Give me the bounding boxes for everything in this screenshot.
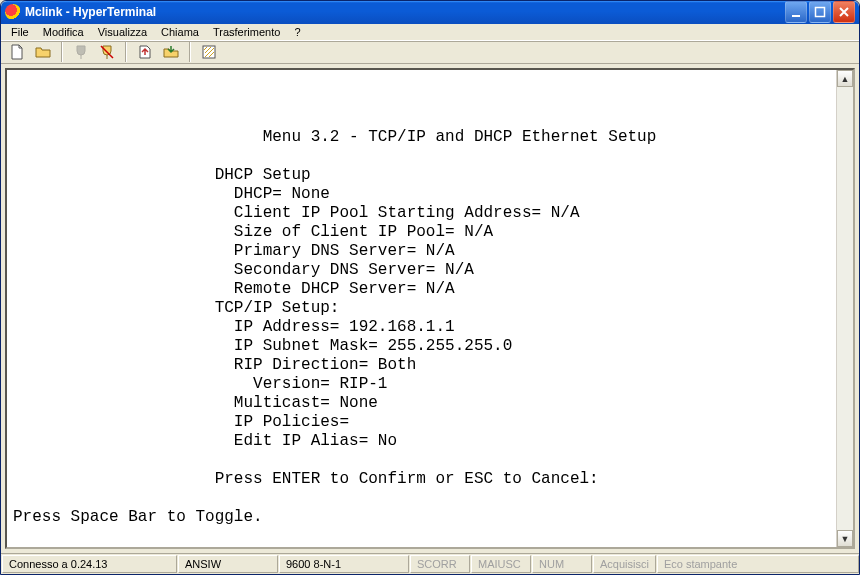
scroll-up-arrow-icon[interactable]: ▲ (837, 70, 853, 87)
svg-rect-0 (792, 15, 800, 17)
terminal-frame: Menu 3.2 - TCP/IP and DHCP Ethernet Setu… (5, 68, 855, 549)
toolbar-separator (61, 42, 63, 62)
terminal-output[interactable]: Menu 3.2 - TCP/IP and DHCP Ethernet Setu… (7, 86, 836, 531)
status-scorr: SCORR (410, 555, 470, 573)
titlebar[interactable]: Mclink - HyperTerminal (1, 1, 859, 24)
window-title: Mclink - HyperTerminal (25, 5, 785, 19)
menu-help[interactable]: ? (288, 24, 306, 40)
statusbar: Connesso a 0.24.13 ANSIW 9600 8-N-1 SCOR… (1, 553, 859, 574)
status-eco: Eco stampante (657, 555, 859, 573)
application-window: Mclink - HyperTerminal File Modifica Vis… (0, 0, 860, 575)
disconnect-icon[interactable] (97, 42, 117, 62)
window-controls (785, 1, 855, 23)
status-maiusc: MAIUSC (471, 555, 531, 573)
status-settings: 9600 8-N-1 (279, 555, 409, 573)
app-icon (5, 4, 21, 20)
menu-modifica[interactable]: Modifica (37, 24, 90, 40)
toolbar-separator (125, 42, 127, 62)
content-area: Menu 3.2 - TCP/IP and DHCP Ethernet Setu… (1, 64, 859, 553)
receive-icon[interactable] (161, 42, 181, 62)
properties-icon[interactable] (199, 42, 219, 62)
new-icon[interactable] (7, 42, 27, 62)
svg-rect-2 (203, 46, 215, 58)
status-acquisisci: Acquisisci (593, 555, 656, 573)
scroll-track[interactable] (837, 87, 853, 530)
toolbar-separator (189, 42, 191, 62)
status-connection: Connesso a 0.24.13 (2, 555, 177, 573)
scroll-down-arrow-icon[interactable]: ▼ (837, 530, 853, 547)
status-emulation: ANSIW (178, 555, 278, 573)
send-icon[interactable] (135, 42, 155, 62)
menu-file[interactable]: File (5, 24, 35, 40)
minimize-button[interactable] (785, 1, 807, 23)
vertical-scrollbar[interactable]: ▲ ▼ (836, 70, 853, 547)
open-icon[interactable] (33, 42, 53, 62)
menu-trasferimento[interactable]: Trasferimento (207, 24, 286, 40)
menubar: File Modifica Visualizza Chiama Trasferi… (1, 24, 859, 41)
maximize-button[interactable] (809, 1, 831, 23)
toolbar (1, 41, 859, 64)
close-button[interactable] (833, 1, 855, 23)
menu-visualizza[interactable]: Visualizza (92, 24, 153, 40)
svg-rect-1 (816, 8, 825, 17)
menu-chiama[interactable]: Chiama (155, 24, 205, 40)
status-num: NUM (532, 555, 592, 573)
connect-icon[interactable] (71, 42, 91, 62)
